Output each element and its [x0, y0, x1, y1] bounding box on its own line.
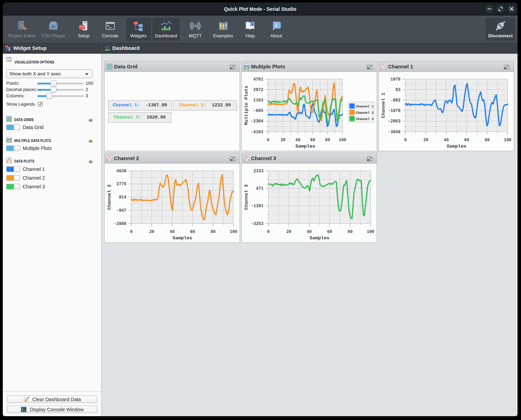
svg-text:-1391: -1391 — [251, 204, 263, 209]
svg-text:Channel 2: Channel 2 — [107, 185, 112, 210]
svg-text:Channel 1: Channel 1 — [381, 93, 386, 118]
svg-text:0: 0 — [267, 138, 269, 143]
svg-text:Samples: Samples — [447, 144, 467, 149]
svg-text:100: 100 — [367, 230, 375, 234]
svg-text:Samples: Samples — [295, 144, 315, 149]
svg-text:0: 0 — [404, 138, 407, 143]
svg-text:2333: 2333 — [254, 169, 264, 174]
svg-text:80: 80 — [211, 230, 216, 234]
svg-text:Channel 3: Channel 3 — [244, 185, 249, 210]
svg-text:4636: 4636 — [116, 169, 127, 174]
svg-text:-605: -605 — [253, 108, 263, 113]
svg-text:20: 20 — [286, 230, 291, 234]
svg-text:914: 914 — [119, 195, 127, 200]
svg-text:60: 60 — [310, 138, 315, 143]
svg-text:80: 80 — [348, 230, 353, 234]
svg-text:2972: 2972 — [253, 88, 263, 92]
svg-text:-3253: -3253 — [251, 222, 263, 226]
svg-text:1078: 1078 — [391, 77, 401, 82]
svg-text:-2394: -2394 — [251, 119, 263, 124]
svg-text:60: 60 — [327, 230, 332, 234]
svg-text:Samples: Samples — [173, 235, 192, 241]
svg-text:0: 0 — [267, 230, 270, 234]
svg-text:Channel 2: Channel 2 — [356, 111, 374, 115]
svg-text:2775: 2775 — [116, 182, 127, 187]
svg-text:40: 40 — [307, 230, 311, 234]
svg-text:-2863: -2863 — [388, 119, 400, 124]
svg-text:-947: -947 — [116, 208, 127, 213]
svg-text:40: 40 — [295, 138, 300, 143]
svg-text:40: 40 — [169, 230, 174, 234]
svg-text:20: 20 — [423, 138, 428, 143]
svg-text:471: 471 — [256, 186, 264, 191]
svg-text:Channel 1: Channel 1 — [356, 105, 374, 108]
svg-text:Samples: Samples — [310, 235, 330, 241]
svg-text:-3848: -3848 — [388, 130, 400, 135]
svg-text:4761: 4761 — [253, 77, 263, 82]
svg-text:Channel 3: Channel 3 — [356, 117, 374, 121]
svg-text:60: 60 — [190, 230, 195, 234]
svg-text:-1878: -1878 — [388, 108, 400, 113]
svg-text:-892: -892 — [391, 98, 401, 103]
svg-text:0: 0 — [130, 230, 133, 234]
svg-text:Multiple Plots: Multiple Plots — [244, 85, 249, 125]
svg-text:20: 20 — [280, 138, 285, 143]
svg-text:-2808: -2808 — [114, 222, 126, 226]
svg-text:1183: 1183 — [253, 98, 263, 103]
svg-text:100: 100 — [504, 138, 512, 143]
svg-text:100: 100 — [230, 230, 237, 234]
svg-text:93: 93 — [395, 88, 400, 92]
svg-text:60: 60 — [464, 138, 469, 143]
svg-text:40: 40 — [444, 138, 448, 143]
svg-text:80: 80 — [485, 138, 490, 143]
svg-text:-4183: -4183 — [251, 130, 263, 135]
svg-text:100: 100 — [339, 138, 346, 143]
svg-text:80: 80 — [325, 138, 330, 143]
svg-text:20: 20 — [149, 230, 154, 234]
